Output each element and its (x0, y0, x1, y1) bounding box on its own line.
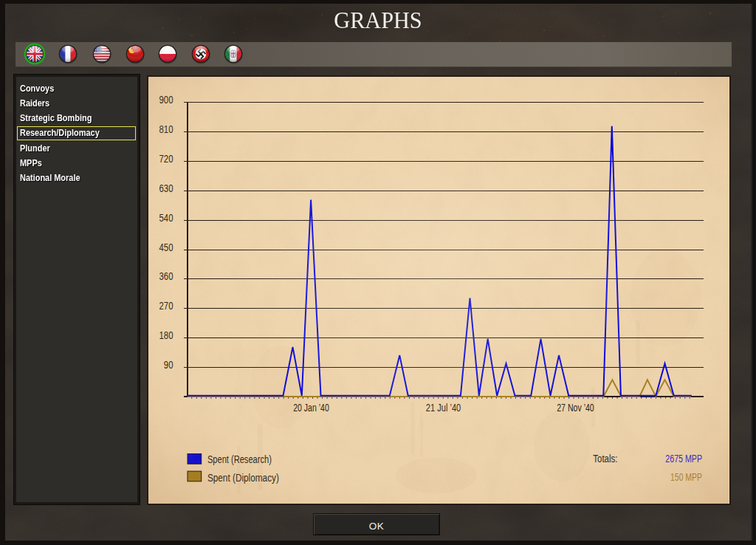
svg-text:450: 450 (159, 241, 173, 253)
svg-text:900: 900 (159, 94, 173, 106)
svg-text:90: 90 (164, 359, 173, 371)
svg-text:20 Jan ’40: 20 Jan ’40 (293, 402, 329, 414)
svg-text:150 MPP: 150 MPP (670, 471, 702, 483)
svg-text:27 Nov ’40: 27 Nov ’40 (557, 402, 594, 414)
svg-text:Totals:: Totals: (593, 453, 617, 465)
svg-text:270: 270 (159, 300, 173, 312)
svg-text:720: 720 (159, 153, 173, 165)
svg-text:2675 MPP: 2675 MPP (665, 453, 702, 465)
svg-text:Spent (Diplomacy): Spent (Diplomacy) (207, 472, 279, 484)
svg-text:630: 630 (159, 182, 173, 194)
svg-text:540: 540 (159, 212, 173, 224)
svg-text:360: 360 (159, 270, 173, 282)
svg-text:21 Jul ’40: 21 Jul ’40 (426, 402, 461, 414)
svg-text:Spent (Research): Spent (Research) (207, 453, 272, 465)
svg-text:180: 180 (159, 329, 173, 341)
svg-text:810: 810 (159, 123, 173, 135)
